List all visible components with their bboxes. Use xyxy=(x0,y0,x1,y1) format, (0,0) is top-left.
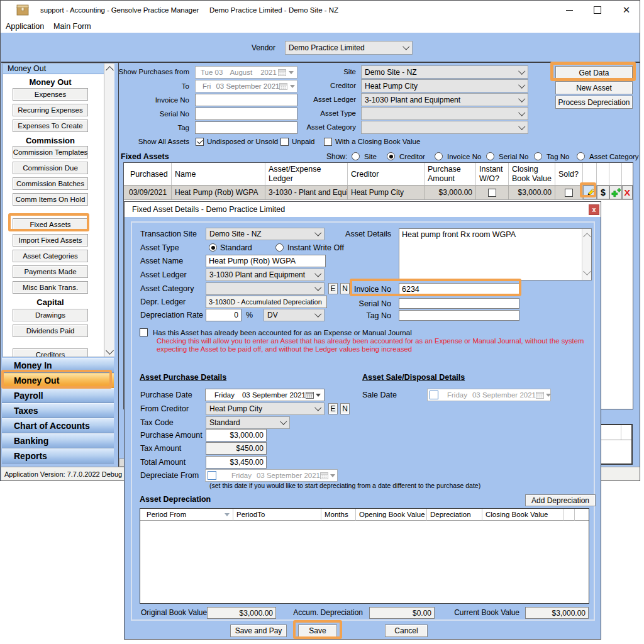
asset-type-standard-radio[interactable] xyxy=(209,243,217,252)
window-title-context: Demo Practice Limited - Demo Site - NZ xyxy=(209,4,338,16)
dep-header-closing[interactable]: Closing Book Value xyxy=(482,509,564,521)
nav-item-payroll[interactable]: Payroll xyxy=(2,388,114,403)
radio-tag-no[interactable] xyxy=(534,152,542,160)
save-and-pay-button[interactable]: Save and Pay xyxy=(230,625,287,637)
sidebar-item-creditors[interactable]: Creditors xyxy=(13,348,88,357)
undisposed-checkbox[interactable] xyxy=(196,138,204,146)
row-pay-button[interactable]: $ xyxy=(597,186,609,199)
asset-name-input[interactable]: Heat Pump (Rob) WGPA xyxy=(206,255,326,267)
sidebar-item-drawings[interactable]: Drawings xyxy=(13,309,88,321)
maximize-button[interactable] xyxy=(585,1,610,19)
sidebar-item-expenses-to-create[interactable]: Expenses To Create xyxy=(13,119,88,132)
serial-no-input[interactable] xyxy=(399,298,519,309)
sidebar-item-commission-due[interactable]: Commission Due xyxy=(13,162,88,174)
nav-item-chart-of-accounts[interactable]: Chart of Accounts xyxy=(2,418,114,433)
grid-header-name[interactable]: Name xyxy=(172,163,265,186)
row-add-button[interactable] xyxy=(609,186,622,199)
minimize-button[interactable] xyxy=(557,1,582,19)
vendor-select[interactable]: Demo Practice Limited xyxy=(285,41,413,55)
asset-type-select[interactable] xyxy=(361,107,528,120)
nav-item-banking[interactable]: Banking xyxy=(2,433,114,448)
process-depreciation-button[interactable]: Process Depreciation xyxy=(555,96,633,109)
from-creditor-select[interactable]: Heat Pump City xyxy=(206,402,325,415)
asset-row[interactable]: 03/09/2021 Heat Pump (Rob) WGPA 3-1030 -… xyxy=(124,186,633,200)
radio-creditor[interactable] xyxy=(387,152,395,160)
close-button[interactable]: ✕ xyxy=(614,1,639,19)
grid-header-ledger[interactable]: Asset/Expense Ledger xyxy=(265,163,348,186)
asset-category-select[interactable] xyxy=(361,121,528,134)
check-icon xyxy=(197,138,203,144)
asset-details-textarea[interactable]: Heat pump front Rx room WGPA xyxy=(399,228,592,280)
menu-item-application[interactable]: Application xyxy=(6,19,44,33)
sidebar-item-commission-batches[interactable]: Commission Batches xyxy=(13,177,88,190)
dv-select[interactable]: DV xyxy=(264,309,325,321)
sidebar-item-commission-templates[interactable]: Commission Templates xyxy=(13,146,88,158)
tax-code-select[interactable]: Standard xyxy=(206,416,290,429)
sidebar-item-import-fixed-assets[interactable]: Import Fixed Assets xyxy=(13,234,88,247)
purchase-date-label: Purchase Date xyxy=(140,389,192,401)
asset-category-select[interactable] xyxy=(206,282,325,295)
depreciate-from-checkbox[interactable] xyxy=(208,471,216,480)
dep-header-months[interactable]: Months xyxy=(321,509,356,521)
sale-date-picker[interactable]: Friday 03 September 2021 xyxy=(427,389,551,401)
dialog-close-icon: x xyxy=(592,206,596,213)
radio-invoice-no[interactable] xyxy=(435,152,443,160)
radio-asset-category-label: Asset Category xyxy=(589,150,639,163)
sidebar-item-asset-categories[interactable]: Asset Categories xyxy=(13,250,88,262)
scroll-down-button[interactable] xyxy=(104,347,114,357)
closing-book-value-checkbox[interactable] xyxy=(324,138,332,146)
total-amount-input[interactable]: $3,450.00 xyxy=(206,456,267,469)
grid-header-purchase-amount[interactable]: Purchase Amount xyxy=(425,163,476,186)
transaction-site-value: Demo Site - NZ xyxy=(209,230,262,238)
sidebar-item-misc-bank-trans[interactable]: Misc Bank Trans. xyxy=(13,281,88,294)
grid-header-purchased[interactable]: Purchased xyxy=(124,163,172,186)
radio-site[interactable] xyxy=(352,152,360,160)
sidebar-item-expenses[interactable]: Expenses xyxy=(13,88,88,101)
sidebar-item-comm-items-on-hold[interactable]: Comm Items On Hold xyxy=(13,193,88,206)
textarea-scrollbar[interactable] xyxy=(582,229,591,280)
show-label: Show: xyxy=(326,150,347,163)
transaction-site-select[interactable]: Demo Site - NZ xyxy=(206,228,325,240)
from-creditor-n-button[interactable]: N xyxy=(340,403,350,414)
instant-wo-checkbox[interactable] xyxy=(488,189,496,197)
asset-ledger-select[interactable]: 3-1030 Plant and Equipment xyxy=(361,93,528,106)
unpaid-checkbox[interactable] xyxy=(280,138,289,146)
radio-serial-no[interactable] xyxy=(486,152,494,160)
purchase-amount-input[interactable]: $3,000.00 xyxy=(206,429,267,441)
radio-asset-category[interactable] xyxy=(577,152,585,160)
depreciation-rate-input[interactable]: 0 xyxy=(206,309,242,321)
asset-type-instant-radio[interactable] xyxy=(275,243,284,252)
grid-header-creditor[interactable]: Creditor xyxy=(348,163,425,186)
tag-no-input[interactable] xyxy=(399,310,519,321)
cancel-button[interactable]: Cancel xyxy=(385,625,428,637)
site-select[interactable]: Demo Site - NZ xyxy=(361,65,528,79)
sidebar-item-recurring-expenses[interactable]: Recurring Expenses xyxy=(13,104,88,116)
nav-item-taxes[interactable]: Taxes xyxy=(2,403,114,418)
grid-header-closing-book-value[interactable]: Closing Book Value xyxy=(509,163,555,186)
purchase-date-picker[interactable]: Friday 03 September 2021 xyxy=(205,389,325,401)
from-creditor-e-button[interactable]: E xyxy=(328,403,338,414)
asset-ledger-select[interactable]: 3-1030 Plant and Equipment xyxy=(206,269,325,281)
dropdown-arrow-icon xyxy=(316,394,321,397)
new-asset-button[interactable]: New Asset xyxy=(555,81,633,94)
total-amount-label: Total Amount xyxy=(140,456,186,469)
grid-header-instant-wo[interactable]: Instant W/O? xyxy=(476,163,509,186)
dep-header-period-from[interactable]: Period From xyxy=(140,509,233,521)
dialog-close-button[interactable]: x xyxy=(589,204,599,215)
dep-header-period-to[interactable]: PeriodTo xyxy=(233,509,321,521)
creditor-select[interactable]: Heat Pump City xyxy=(361,79,528,92)
already-expense-checkbox[interactable] xyxy=(140,328,148,336)
dep-header-opening[interactable]: Opening Book Value xyxy=(356,509,427,521)
sold-checkbox[interactable] xyxy=(565,189,573,197)
dep-header-depreciation[interactable]: Depreciation xyxy=(427,509,482,521)
grid-header-sold[interactable]: Sold? xyxy=(555,163,583,186)
sale-date-checkbox[interactable] xyxy=(430,391,438,399)
depreciate-from-picker[interactable]: Friday 03 September 2021 xyxy=(205,469,338,482)
sidebar-item-dividends-paid[interactable]: Dividends Paid xyxy=(13,325,88,337)
add-depreciation-button[interactable]: Add Depreciation xyxy=(525,494,596,506)
sidebar-item-payments-made[interactable]: Payments Made xyxy=(13,265,88,278)
nav-item-reports[interactable]: Reports xyxy=(2,448,114,464)
row-delete-button[interactable]: X xyxy=(622,186,633,199)
filter-arrow-icon[interactable] xyxy=(225,513,230,516)
menu-item-main-form[interactable]: Main Form xyxy=(53,19,91,33)
